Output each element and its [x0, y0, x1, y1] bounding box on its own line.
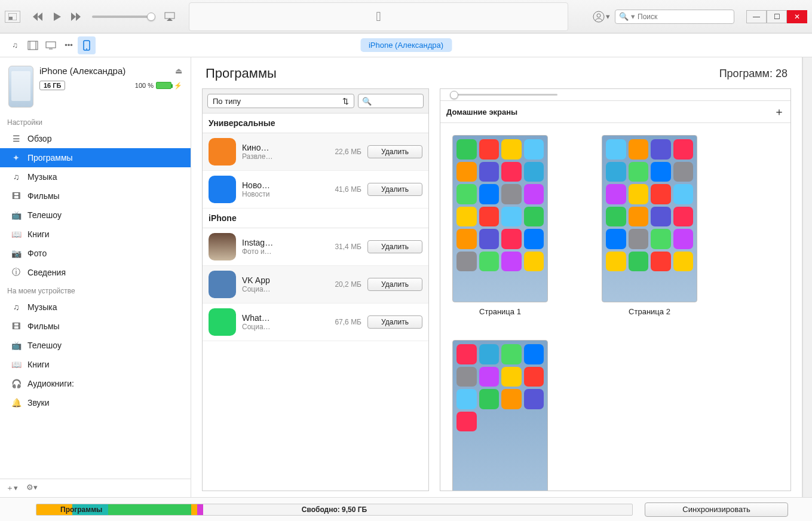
home-app-icon	[606, 207, 626, 227]
svg-rect-5	[28, 41, 38, 50]
nav-dev-tones[interactable]: 🔔Звуки	[0, 393, 191, 412]
capacity-segment	[191, 504, 197, 515]
gear-button[interactable]: ⚙▾	[26, 483, 38, 494]
now-playing-display: 	[189, 2, 568, 31]
zoom-slider[interactable]	[450, 94, 557, 96]
home-app-icon	[673, 207, 694, 227]
device-thumbnail	[8, 66, 33, 108]
sidebar-item-label: Фильмы	[27, 321, 60, 331]
nav-tvshows[interactable]: 📺Телешоу	[0, 206, 191, 225]
apps-panel: По типу ⇅ 🔍 УниверсальныеКино…Развле…22,…	[202, 88, 429, 491]
app-row[interactable]: Ново…Новости41,6 МБУдалить	[203, 171, 428, 209]
account-button[interactable]: ▾	[592, 8, 610, 26]
home-app-icon	[629, 184, 649, 204]
search-box[interactable]: 🔍▾	[615, 10, 734, 24]
capacity-apps-label: Программы	[60, 504, 102, 515]
next-track-button[interactable]	[67, 8, 85, 26]
home-screen-page[interactable]	[452, 340, 548, 491]
home-app-icon	[456, 389, 477, 409]
home-app-icon	[524, 229, 544, 249]
svg-rect-8	[46, 42, 56, 48]
home-app-icon	[629, 139, 649, 160]
apps-search-box[interactable]: 🔍	[358, 94, 424, 108]
vertical-scrollbar[interactable]	[802, 57, 812, 497]
nav-dev-tvshows[interactable]: 📺Телешоу	[0, 336, 191, 355]
tv-icon: 📺	[11, 340, 22, 351]
phone-frame	[452, 340, 548, 491]
sidebar-item-label: Книги	[27, 360, 50, 369]
movies-tab[interactable]	[24, 36, 42, 54]
window-close-button[interactable]: ✕	[787, 10, 807, 23]
home-app-icon	[651, 162, 671, 182]
home-screen-page[interactable]: Страница 1	[452, 135, 548, 316]
play-button[interactable]	[48, 8, 66, 26]
home-app-icon	[501, 139, 522, 160]
nav-dev-movies[interactable]: 🎞Фильмы	[0, 317, 191, 336]
camera-icon: 📷	[11, 248, 22, 259]
app-row[interactable]: What…Социа…67,6 МБУдалить	[203, 304, 428, 341]
home-app-icon	[479, 252, 500, 272]
volume-slider[interactable]	[92, 16, 152, 18]
tones-icon: 🔔	[11, 397, 22, 408]
device-pill[interactable]: iPhone (Александра)	[360, 38, 452, 52]
home-screens-panel: Домашние экраны ＋ Страница 1Страница 2	[440, 88, 791, 491]
music-tab[interactable]: ♫	[6, 36, 24, 54]
content: Программы Программ: 28 По типу ⇅ 🔍 Униве…	[191, 57, 802, 497]
search-input[interactable]	[638, 13, 730, 21]
remove-button[interactable]: Удалить	[367, 240, 422, 253]
app-row[interactable]: Кино…Развле…22,6 МБУдалить	[203, 133, 428, 171]
home-app-icon	[673, 139, 694, 160]
home-app-icon	[479, 162, 500, 182]
tvshows-tab[interactable]	[42, 36, 60, 54]
remove-button[interactable]: Удалить	[367, 278, 422, 291]
sort-select[interactable]: По типу ⇅	[207, 94, 354, 108]
chevron-updown-icon: ⇅	[342, 97, 349, 106]
add-button[interactable]: ＋▾	[6, 483, 18, 494]
app-row[interactable]: Instag…Фото и…31,4 МБУдалить	[203, 228, 428, 266]
app-icon	[209, 308, 236, 336]
app-category: Фото и…	[242, 247, 322, 256]
sidebar-item-label: Сведения	[27, 268, 66, 277]
nav-books[interactable]: 📖Книги	[0, 225, 191, 244]
nav-dev-books[interactable]: 📖Книги	[0, 355, 191, 374]
home-app-icon	[501, 344, 522, 364]
home-app-icon	[456, 162, 477, 182]
home-app-icon	[629, 229, 649, 249]
nav-dev-audiobooks[interactable]: 🎧Аудиокниги:	[0, 374, 191, 393]
app-name: VK App	[242, 275, 322, 285]
window-minimize-button[interactable]: —	[746, 10, 767, 23]
more-tab[interactable]: •••	[60, 36, 78, 54]
nav-info[interactable]: ⓘСведения	[0, 263, 191, 282]
remove-button[interactable]: Удалить	[367, 183, 422, 196]
sidebar: iPhone (Александра) ⏏ 16 ГБ 100 % ⚡ Наст…	[0, 57, 191, 497]
remove-button[interactable]: Удалить	[367, 315, 422, 329]
nav-music[interactable]: ♫Музыка	[0, 167, 191, 186]
nav-photos[interactable]: 📷Фото	[0, 244, 191, 263]
window-maximize-button[interactable]: ☐	[767, 10, 787, 23]
home-app-icon	[524, 139, 544, 160]
nav-movies[interactable]: 🎞Фильмы	[0, 186, 191, 206]
home-app-icon	[501, 184, 522, 204]
info-icon: ⓘ	[11, 267, 22, 278]
miniplayer-button[interactable]	[5, 11, 20, 23]
add-screen-button[interactable]: ＋	[774, 105, 785, 119]
nav-overview[interactable]: ☰Обзор	[0, 129, 191, 148]
apps-search-input[interactable]	[372, 97, 419, 106]
airplay-button[interactable]	[163, 10, 177, 24]
eject-icon[interactable]: ⏏	[175, 66, 182, 75]
home-app-icon	[673, 184, 694, 204]
sync-button[interactable]: Синхронизировать	[645, 502, 788, 517]
app-row[interactable]: VK AppСоциа…20,2 МБУдалить	[203, 266, 428, 304]
home-app-icon	[651, 252, 671, 272]
home-app-icon	[456, 367, 477, 387]
capacity-bar[interactable]: ПрограммыСвободно: 9,50 ГБ	[36, 504, 633, 516]
remove-button[interactable]: Удалить	[367, 145, 422, 158]
home-app-icon	[606, 184, 626, 204]
home-app-icon	[456, 412, 477, 432]
nav-apps[interactable]: ✦Программы	[0, 148, 191, 167]
device-tab[interactable]	[78, 36, 96, 54]
home-screen-page[interactable]: Страница 2	[602, 135, 697, 316]
home-app-icon	[456, 344, 477, 364]
previous-track-button[interactable]	[29, 8, 47, 26]
nav-dev-music[interactable]: ♫Музыка	[0, 298, 191, 317]
